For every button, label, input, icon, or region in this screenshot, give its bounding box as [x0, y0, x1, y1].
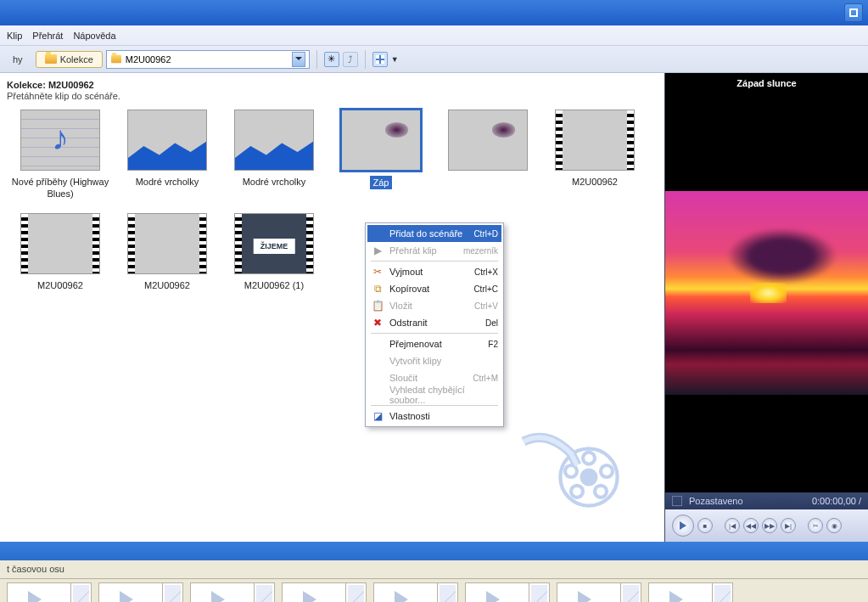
next-button[interactable]: ▶| — [781, 518, 796, 533]
clip-thumbnail[interactable]: M2U00962 — [541, 110, 648, 200]
ctx-delete[interactable]: ✖ Odstranit Del — [367, 314, 501, 331]
title-bar — [0, 0, 868, 25]
stop-button[interactable]: ■ — [697, 518, 713, 533]
thumbnail-image — [20, 213, 100, 274]
thumbnail-image — [341, 110, 421, 171]
thumbnail-image — [20, 110, 100, 171]
thumbnail-label: M2U00962 — [541, 176, 648, 188]
toolbar-hy-button[interactable]: hy — [3, 51, 32, 68]
clip-thumbnail[interactable]: M2U00962 — [114, 213, 221, 291]
preview-timecode: 0:00:00,00 / — [812, 496, 861, 506]
split-button[interactable]: ✂ — [808, 518, 823, 533]
thumbnail-image — [448, 110, 528, 171]
preview-status-text: Pozastaveno — [689, 496, 743, 506]
up-folder-button[interactable]: ⤴ — [343, 52, 358, 67]
ctx-find-missing: Vyhledat chybějící soubor... — [367, 386, 501, 403]
play-icon: ▶ — [371, 245, 384, 256]
storyboard-slot[interactable] — [190, 582, 275, 602]
ctx-properties[interactable]: ◪ Vlastnosti — [367, 408, 501, 425]
delete-icon: ✖ — [371, 317, 384, 329]
svg-point-4 — [595, 486, 607, 498]
scissors-icon: ✂ — [371, 266, 384, 278]
thumbnail-label: Nové příběhy (Highway Blues) — [7, 176, 114, 200]
toolbar-kolekce-button[interactable]: Kolekce — [36, 51, 103, 68]
svg-point-1 — [582, 470, 596, 485]
chevron-down-icon[interactable] — [292, 52, 305, 67]
pause-status-icon — [672, 496, 682, 506]
thumbnail-label: Záp — [370, 176, 393, 189]
collection-dropdown-value: M2U00962 — [126, 54, 171, 65]
ctx-play-clip: ▶ Přehrát klip mezerník — [367, 242, 501, 259]
copy-icon: ⧉ — [371, 283, 384, 295]
context-menu: Přidat do scénáře Ctrl+D ▶ Přehrát klip … — [365, 222, 504, 427]
preview-pane: Západ slunce Pozastaveno 0:00:00,00 / ■ … — [664, 73, 868, 542]
folder-icon — [45, 54, 57, 64]
menu-napoveda[interactable]: Nápověda — [73, 31, 115, 41]
thumbnail-label: Modré vrcholky — [114, 176, 221, 188]
preview-display — [665, 93, 868, 492]
svg-point-2 — [583, 453, 595, 464]
forward-button[interactable]: ▶▶ — [762, 518, 777, 533]
thumbnail-image — [234, 213, 314, 274]
thumbnail-image — [127, 213, 207, 274]
separator — [365, 50, 366, 69]
storyboard-slot[interactable] — [282, 582, 367, 602]
clip-thumbnail[interactable]: Záp — [328, 110, 434, 200]
new-folder-button[interactable]: ✳ — [324, 52, 339, 67]
collection-dropdown[interactable]: M2U00962 — [106, 50, 310, 69]
menu-klip[interactable]: Klip — [7, 31, 22, 41]
properties-icon: ◪ — [371, 410, 384, 422]
storyboard-slot[interactable] — [7, 582, 92, 602]
play-button[interactable] — [672, 515, 694, 537]
separator — [316, 50, 317, 69]
collection-pane: Kolekce: M2U00962 Přetáhněte klip do scé… — [0, 73, 664, 542]
maximize-button[interactable] — [844, 3, 863, 22]
ctx-copy[interactable]: ⧉ Kopírovat Ctrl+C — [367, 280, 501, 297]
snapshot-button[interactable]: ◉ — [826, 518, 842, 533]
collection-title: Kolekce: M2U00962 — [7, 78, 658, 91]
collection-subtitle: Přetáhněte klip do scénáře. — [7, 91, 658, 101]
storyboard-slot[interactable] — [557, 582, 641, 602]
timeline-toggle-label[interactable]: t časovou osu — [0, 560, 868, 579]
ctx-paste: 📋 Vložit Ctrl+V — [367, 297, 501, 314]
paste-icon: 📋 — [371, 300, 384, 312]
chevron-down-icon[interactable]: ▼ — [391, 55, 399, 64]
storyboard[interactable] — [0, 579, 868, 602]
svg-point-3 — [601, 465, 613, 477]
toolbar: hy Kolekce M2U00962 ✳ ⤴ ▼ — [0, 46, 868, 73]
rewind-button[interactable]: ◀◀ — [743, 518, 759, 533]
thumbnail-label: M2U00962 (1) — [221, 279, 328, 291]
thumbnail-image — [555, 110, 635, 171]
ctx-merge: Sloučit Ctrl+M — [367, 369, 501, 386]
thumbnail-image — [127, 110, 207, 171]
prev-button[interactable]: |◀ — [725, 518, 740, 533]
svg-point-5 — [571, 486, 583, 498]
clip-thumbnail[interactable]: Nové příběhy (Highway Blues) — [7, 110, 114, 200]
svg-point-6 — [565, 465, 577, 477]
storyboard-slot[interactable] — [465, 582, 550, 602]
ctx-cut[interactable]: ✂ Vyjmout Ctrl+X — [367, 263, 501, 280]
thumbnail-image — [234, 110, 314, 171]
clip-thumbnail[interactable]: Modré vrcholky — [221, 110, 328, 200]
thumbnail-label: Modré vrcholky — [221, 176, 328, 188]
clip-thumbnail[interactable] — [434, 110, 541, 200]
view-thumbnails-button[interactable] — [372, 52, 388, 67]
storyboard-slot[interactable] — [373, 582, 458, 602]
preview-controls: ■ |◀ ◀◀ ▶▶ ▶| ✂ ◉ — [665, 509, 868, 542]
menu-prehrat[interactable]: Přehrát — [32, 31, 63, 41]
ctx-add-to-storyboard[interactable]: Přidat do scénáře Ctrl+D — [367, 225, 501, 242]
clip-thumbnail[interactable]: Modré vrcholky — [114, 110, 221, 200]
preview-title: Západ slunce — [665, 73, 868, 93]
folder-icon — [111, 55, 121, 63]
storyboard-slot[interactable] — [98, 582, 183, 602]
menu-bar: Klip Přehrát Nápověda — [0, 25, 868, 46]
clip-thumbnail[interactable]: M2U00962 — [7, 213, 114, 291]
toolbar-kolekce-label: Kolekce — [60, 54, 93, 65]
storyboard-slot[interactable] — [648, 582, 733, 602]
film-reel-watermark — [512, 406, 630, 525]
ctx-create-clips: Vytvořit klipy — [367, 352, 501, 369]
preview-status-bar: Pozastaveno 0:00:00,00 / — [665, 492, 868, 509]
clip-thumbnail[interactable]: M2U00962 (1) — [221, 213, 328, 291]
timeline-header-bar — [0, 542, 868, 560]
ctx-rename[interactable]: Přejmenovat F2 — [367, 335, 501, 352]
